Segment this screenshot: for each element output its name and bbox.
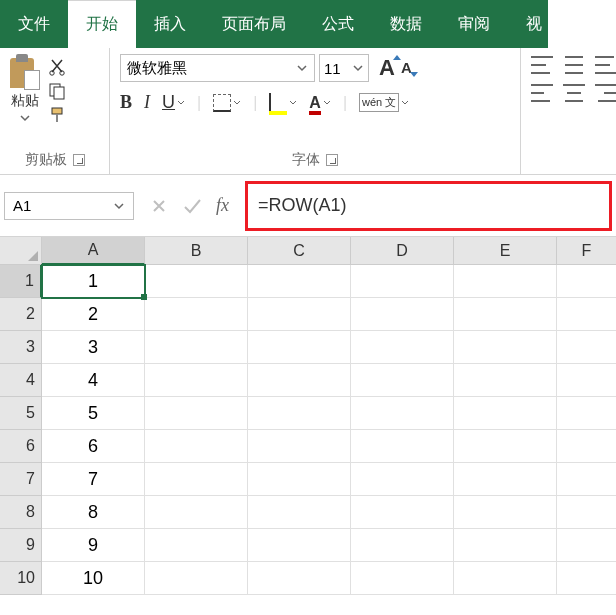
- col-header[interactable]: F: [557, 237, 616, 265]
- select-all-corner[interactable]: [0, 237, 42, 265]
- col-header[interactable]: C: [248, 237, 351, 265]
- font-color-button[interactable]: A: [309, 94, 331, 112]
- cell[interactable]: 4: [42, 364, 145, 397]
- row-header[interactable]: 4: [0, 364, 42, 397]
- font-size-select[interactable]: 11: [319, 54, 369, 82]
- cell[interactable]: [454, 496, 557, 529]
- cell[interactable]: [557, 430, 616, 463]
- cell[interactable]: [351, 331, 454, 364]
- align-middle-icon[interactable]: [563, 56, 585, 74]
- cell[interactable]: [248, 331, 351, 364]
- chevron-down-icon[interactable]: [19, 112, 31, 124]
- align-center-icon[interactable]: [563, 84, 585, 102]
- fill-color-button[interactable]: [269, 94, 297, 112]
- cell[interactable]: [454, 265, 557, 298]
- tab-start[interactable]: 开始: [68, 0, 136, 48]
- row-header[interactable]: 8: [0, 496, 42, 529]
- col-header[interactable]: D: [351, 237, 454, 265]
- col-header[interactable]: E: [454, 237, 557, 265]
- cell[interactable]: [145, 265, 248, 298]
- cell[interactable]: [145, 397, 248, 430]
- row-header[interactable]: 3: [0, 331, 42, 364]
- chevron-down-icon[interactable]: [296, 62, 308, 74]
- cell[interactable]: [454, 298, 557, 331]
- cell[interactable]: [454, 430, 557, 463]
- cell[interactable]: [351, 397, 454, 430]
- cell[interactable]: 6: [42, 430, 145, 463]
- cell[interactable]: [248, 529, 351, 562]
- cell[interactable]: [145, 331, 248, 364]
- phonetic-button[interactable]: wén 文: [359, 93, 409, 112]
- cell[interactable]: [557, 397, 616, 430]
- cell[interactable]: [145, 529, 248, 562]
- row-header[interactable]: 1: [0, 265, 42, 298]
- cell[interactable]: 3: [42, 331, 145, 364]
- cell[interactable]: 8: [42, 496, 145, 529]
- cell[interactable]: [351, 529, 454, 562]
- cell[interactable]: 7: [42, 463, 145, 496]
- border-button[interactable]: [213, 94, 241, 112]
- insert-function-icon[interactable]: fx: [216, 195, 229, 216]
- underline-button[interactable]: U: [162, 92, 185, 113]
- cell[interactable]: [557, 496, 616, 529]
- row-header[interactable]: 10: [0, 562, 42, 595]
- cell[interactable]: [557, 463, 616, 496]
- cell[interactable]: [145, 298, 248, 331]
- cell[interactable]: 10: [42, 562, 145, 595]
- paste-icon[interactable]: [10, 54, 40, 90]
- formula-input[interactable]: =ROW(A1): [245, 181, 612, 231]
- cell[interactable]: 5: [42, 397, 145, 430]
- cell[interactable]: 2: [42, 298, 145, 331]
- font-dialog-launcher-icon[interactable]: [326, 154, 338, 166]
- cell[interactable]: [248, 364, 351, 397]
- cell[interactable]: [454, 562, 557, 595]
- cell[interactable]: [351, 430, 454, 463]
- cell[interactable]: [248, 496, 351, 529]
- enter-formula-icon[interactable]: [182, 197, 202, 215]
- cell[interactable]: 1: [42, 265, 145, 298]
- tab-view[interactable]: 视: [508, 0, 548, 48]
- tab-data[interactable]: 数据: [372, 0, 440, 48]
- cell[interactable]: [454, 331, 557, 364]
- cell[interactable]: [557, 364, 616, 397]
- clipboard-dialog-launcher-icon[interactable]: [73, 154, 85, 166]
- cell[interactable]: [351, 496, 454, 529]
- tab-file[interactable]: 文件: [0, 0, 68, 48]
- cut-icon[interactable]: [48, 58, 66, 76]
- cell[interactable]: [145, 430, 248, 463]
- cell[interactable]: [351, 562, 454, 595]
- row-header[interactable]: 9: [0, 529, 42, 562]
- chevron-down-icon[interactable]: [113, 200, 125, 212]
- tab-layout[interactable]: 页面布局: [204, 0, 304, 48]
- tab-insert[interactable]: 插入: [136, 0, 204, 48]
- tab-review[interactable]: 审阅: [440, 0, 508, 48]
- cell[interactable]: [248, 430, 351, 463]
- copy-icon[interactable]: [48, 82, 66, 100]
- cell[interactable]: [557, 529, 616, 562]
- cell[interactable]: [454, 463, 557, 496]
- cell[interactable]: [454, 529, 557, 562]
- chevron-down-icon[interactable]: [352, 62, 364, 74]
- format-painter-icon[interactable]: [48, 106, 66, 124]
- cell[interactable]: [248, 562, 351, 595]
- cell[interactable]: [454, 364, 557, 397]
- cell[interactable]: [145, 562, 248, 595]
- row-header[interactable]: 5: [0, 397, 42, 430]
- decrease-font-icon[interactable]: A: [401, 59, 412, 77]
- align-right-icon[interactable]: [595, 84, 616, 102]
- cell[interactable]: [145, 496, 248, 529]
- cell[interactable]: [557, 331, 616, 364]
- cancel-formula-icon[interactable]: [150, 197, 168, 215]
- cell[interactable]: [248, 463, 351, 496]
- cell[interactable]: [351, 298, 454, 331]
- increase-font-icon[interactable]: A: [379, 55, 395, 81]
- bold-button[interactable]: B: [120, 92, 132, 113]
- cell[interactable]: [351, 364, 454, 397]
- cell[interactable]: [557, 265, 616, 298]
- cell[interactable]: [351, 265, 454, 298]
- italic-button[interactable]: I: [144, 92, 150, 113]
- col-header[interactable]: A: [42, 237, 145, 265]
- align-top-icon[interactable]: [531, 56, 553, 74]
- cell[interactable]: [145, 364, 248, 397]
- cell[interactable]: [248, 265, 351, 298]
